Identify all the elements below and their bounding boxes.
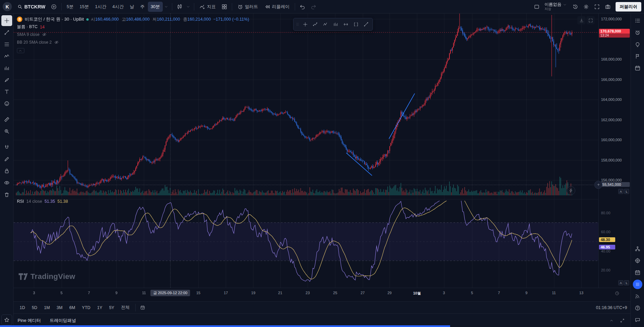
legend-collapse-button[interactable] (17, 48, 24, 53)
watchlist-button[interactable] (632, 15, 643, 26)
indicator-templates-button[interactable] (219, 2, 229, 12)
target-button[interactable] (632, 255, 643, 266)
range-button-1Y[interactable]: 1Y (94, 304, 105, 311)
rsi-legend-row[interactable]: RSI 14 close 51.35 51.38 (17, 199, 68, 204)
layout-name-block[interactable]: 이름없음 저장 (542, 2, 570, 11)
axis-add-alert-button[interactable] (594, 181, 602, 189)
bars-pattern-tool-button[interactable] (331, 20, 340, 29)
go-to-date-button[interactable] (139, 304, 147, 312)
snapshot-button[interactable] (603, 2, 613, 12)
lock-drawings-button[interactable] (1, 166, 12, 176)
fullscreen-button[interactable] (592, 2, 602, 12)
symbol-search-button[interactable]: BTCKRW (15, 2, 48, 12)
replay-button[interactable]: 리플레이 (262, 2, 292, 12)
interval-button-날[interactable]: 날 (127, 2, 137, 12)
pane-collapse-button[interactable] (577, 16, 585, 24)
range-button-3M[interactable]: 3M (54, 304, 65, 311)
interval-menu-button[interactable] (163, 2, 170, 12)
eye-off-icon[interactable] (54, 40, 59, 45)
timezone-button[interactable] (615, 291, 620, 296)
chart-style-menu-button[interactable] (185, 2, 192, 12)
forecast-tools-button[interactable] (1, 63, 12, 73)
ideas-button[interactable] (632, 39, 643, 50)
brackets-tool-button[interactable] (351, 20, 361, 29)
help-button[interactable] (632, 303, 643, 313)
range-button-1D[interactable]: 1D (17, 304, 28, 311)
interval-button-1시간[interactable]: 1시간 (92, 2, 109, 12)
favorites-toolbar-button[interactable] (1, 314, 12, 325)
magnet-tool-button[interactable] (1, 142, 12, 153)
interval-button-주[interactable]: 주 (137, 2, 147, 12)
fib-tools-button[interactable] (1, 39, 12, 50)
alert-button[interactable]: 얼러트 (235, 2, 261, 12)
trend-line-tool-button[interactable] (1, 27, 12, 38)
price-scale-log-button[interactable]: L (624, 189, 629, 194)
signal-button[interactable] (632, 291, 643, 302)
tab-pine-editor[interactable]: Pine 에디터 (18, 318, 41, 324)
symbol-legend-row[interactable]: B 비트코인 / 한국 원 · 30 · UpBit 시160,466,000 … (17, 16, 249, 22)
last-price-badge[interactable]: 170,678,00013:24 (599, 29, 630, 38)
timezone-clock-label[interactable]: 01:16:36 UTC+9 (596, 305, 627, 310)
range-button-5Y[interactable]: 5Y (106, 304, 117, 311)
range-button-6M[interactable]: 6M (67, 304, 78, 311)
cross-line-tool-button[interactable] (300, 20, 310, 29)
drawing-edit-button[interactable] (1, 154, 12, 165)
pattern-abc-tool-button[interactable] (320, 20, 330, 29)
brush-tool-button[interactable] (1, 74, 12, 85)
range-button-전체[interactable]: 전체 (118, 304, 132, 311)
hide-drawings-button[interactable] (1, 177, 12, 188)
indicators-button[interactable]: 지표 (197, 2, 219, 12)
user-avatar[interactable]: K (3, 2, 12, 11)
emoji-tool-button[interactable] (1, 98, 12, 109)
floating-drawing-toolbar[interactable] (293, 18, 373, 31)
history-button[interactable] (570, 2, 580, 12)
range-tool-button[interactable] (341, 20, 351, 29)
polyline-tool-button[interactable] (310, 20, 320, 29)
undo-button[interactable] (297, 2, 308, 12)
alerts-button[interactable] (632, 27, 643, 38)
interval-button-selected[interactable]: 30분 (148, 2, 162, 12)
interval-button-15분[interactable]: 15분 (77, 2, 91, 12)
price-chart-canvas[interactable] (14, 14, 598, 288)
object-tree-button[interactable] (632, 243, 643, 254)
compare-add-button[interactable] (49, 2, 59, 12)
zoom-tool-button[interactable] (1, 126, 12, 137)
line-tool-button[interactable] (361, 20, 371, 29)
instant-trade-button[interactable] (567, 186, 575, 195)
rsi-scale-log-button[interactable]: L (624, 280, 629, 285)
panel-collapse-button[interactable] (607, 317, 616, 325)
bb-legend-row[interactable]: BB 20 SMA close 2 (17, 40, 59, 45)
time-axis[interactable]: 357911151719212325272910월35791113금 2025-… (14, 288, 630, 301)
interval-button-4시간[interactable]: 4시간 (110, 2, 126, 12)
pattern-tools-button[interactable] (1, 51, 12, 62)
text-tool-button[interactable] (1, 86, 12, 97)
rsi-scale-auto-button[interactable]: A (618, 280, 623, 285)
volume-legend-row[interactable]: 볼륨 · BTC 14 (17, 24, 45, 30)
flag-button[interactable] (632, 51, 643, 62)
publish-button[interactable]: 퍼블리쉬 (616, 2, 641, 12)
sma-legend-row[interactable]: SMA 9 close (17, 32, 47, 37)
panel-expand-button[interactable] (618, 317, 626, 325)
economic-calendar-button[interactable] (632, 267, 643, 278)
range-button-1M[interactable]: 1M (41, 304, 52, 311)
interval-button-5분[interactable]: 5분 (64, 2, 76, 12)
chart-style-button[interactable] (175, 2, 185, 12)
remove-drawings-button[interactable] (1, 189, 12, 200)
settings-button[interactable] (581, 2, 591, 12)
tab-trading-panel[interactable]: 트레이딩패널 (50, 318, 76, 324)
apps-grid-button[interactable] (633, 280, 642, 289)
price-axis[interactable]: 172,000,000168,000,000166,000,000164,000… (598, 14, 630, 288)
pane-maximize-button[interactable] (586, 16, 595, 24)
range-button-YTD[interactable]: YTD (79, 304, 93, 311)
drag-handle-icon[interactable] (295, 22, 300, 27)
measure-tool-button[interactable] (1, 114, 12, 125)
chat-button[interactable] (632, 314, 643, 325)
crosshair-tool-button[interactable] (1, 15, 12, 26)
calendar-button[interactable] (632, 63, 643, 73)
range-button-5D[interactable]: 5D (29, 304, 40, 311)
redo-button[interactable] (308, 2, 318, 12)
eye-off-icon[interactable] (42, 32, 47, 37)
price-scale-auto-button[interactable]: A (618, 189, 623, 194)
layout-select-button[interactable] (532, 2, 542, 12)
save-label[interactable]: 저장 (545, 7, 551, 11)
